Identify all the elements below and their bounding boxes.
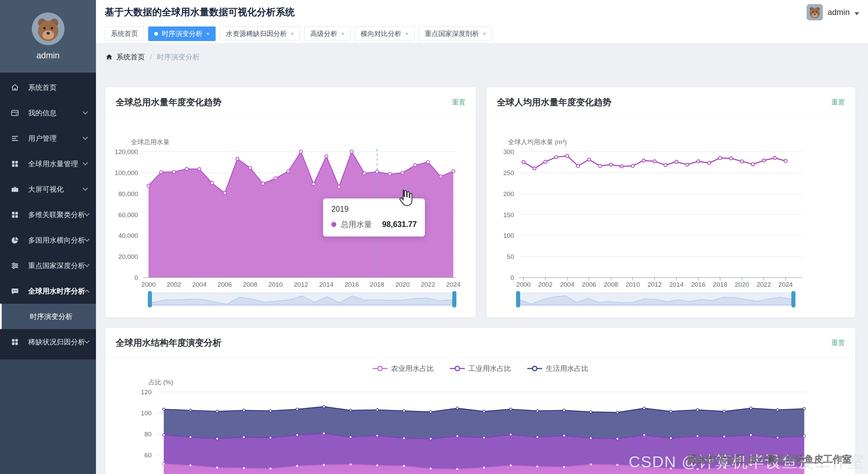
- breadcrumb: 系统首页 / 时序演变分析: [105, 52, 200, 62]
- svg-text:20,000: 20,000: [118, 253, 138, 260]
- legend-item-2[interactable]: 生活用水占比: [527, 364, 589, 373]
- chat-icon: [10, 286, 19, 296]
- sidebar-item-9[interactable]: 稀缺状况归因分析: [0, 329, 96, 355]
- legend-line-marker-icon: [372, 365, 388, 372]
- chevron-down-icon: [84, 262, 90, 267]
- legend-item-1[interactable]: 工业用水占比: [450, 364, 511, 373]
- close-icon[interactable]: ×: [483, 31, 486, 37]
- breadcrumb-current: 时序演变分析: [157, 52, 200, 62]
- bear-avatar-image: [32, 13, 64, 45]
- total-water-chart[interactable]: 2019 总用水量 98,631.77 020,00040,00060,0008…: [105, 118, 476, 317]
- datazoom-handle-right[interactable]: [452, 291, 456, 307]
- bear-avatar-image: [807, 4, 823, 20]
- tab-2[interactable]: 水资源稀缺归因分析 ×: [220, 26, 300, 41]
- svg-text:120: 120: [141, 388, 152, 396]
- svg-text:2006: 2006: [218, 281, 232, 288]
- card-header: 全球人均用水量年度变化趋势 重置: [487, 87, 855, 118]
- svg-text:2000: 2000: [516, 281, 531, 288]
- active-dot-icon: [154, 32, 158, 36]
- close-icon[interactable]: ×: [405, 31, 409, 37]
- tab-4[interactable]: 横向对比分析 ×: [355, 26, 415, 41]
- user-avatar[interactable]: [32, 13, 64, 45]
- svg-text:80: 80: [144, 431, 152, 438]
- grid-icon: [10, 337, 19, 346]
- svg-text:60: 60: [144, 452, 152, 459]
- sidebar-item-7[interactable]: 重点国家深度分析: [0, 253, 96, 278]
- tab-3[interactable]: 高级分析 ×: [304, 26, 351, 41]
- legend-line-marker-icon: [450, 365, 465, 372]
- per-capita-chart[interactable]: 050100150200250300全球人均用水量 (m³)2000200220…: [487, 118, 855, 317]
- sidebar-subitem[interactable]: 时序演变分析: [0, 304, 96, 329]
- page-title: 基于大数据的全球用水量数据可视化分析系统: [105, 6, 295, 19]
- svg-text:60,000: 60,000: [118, 211, 138, 219]
- svg-text:2012: 2012: [294, 281, 308, 288]
- juejin-watermark: 掘金技术社区 @计算机毕设鱼皮工作室: [688, 453, 852, 466]
- breadcrumb-home[interactable]: 系统首页: [105, 52, 145, 62]
- svg-text:2020: 2020: [735, 281, 749, 288]
- svg-text:50: 50: [507, 253, 514, 260]
- legend-item-0[interactable]: 农业用水占比: [372, 364, 434, 373]
- reset-button[interactable]: 重置: [831, 338, 845, 347]
- reset-button[interactable]: 重置: [452, 98, 466, 107]
- datazoom-handle-left[interactable]: [148, 291, 152, 307]
- chevron-up-icon: [84, 290, 90, 295]
- chevron-down-icon: [84, 338, 90, 344]
- header-username: admin: [828, 7, 850, 17]
- pie-icon: [10, 235, 19, 245]
- sidebar-item-3[interactable]: 全球用水量管理: [0, 151, 96, 176]
- breadcrumb-separator: /: [150, 53, 152, 61]
- chevron-down-icon: [83, 160, 88, 166]
- series-dot: [331, 222, 336, 227]
- sidebar-item-5[interactable]: 多维关联聚类分析: [0, 202, 96, 227]
- svg-text:2006: 2006: [582, 281, 596, 288]
- svg-text:占比 (%): 占比 (%): [149, 379, 173, 386]
- sidebar-item-1[interactable]: 我的信息: [0, 100, 96, 126]
- svg-text:2024: 2024: [778, 281, 793, 288]
- svg-text:120,000: 120,000: [115, 148, 138, 155]
- chart-svg-1[interactable]: 050100150200250300全球人均用水量 (m³)2000200220…: [487, 118, 856, 319]
- datazoom-handle-right[interactable]: [791, 291, 795, 307]
- hand-cursor-icon: [397, 188, 413, 208]
- svg-text:100: 100: [503, 232, 514, 239]
- sidebar: admin 系统首页 我的信息 用户管理 全球用水量管理 大屏可视化 多维关联聚…: [0, 0, 96, 474]
- sidebar-item-8[interactable]: 全球用水时序分析: [0, 278, 96, 304]
- sidebar-item-0[interactable]: 系统首页: [0, 75, 96, 100]
- svg-text:2018: 2018: [713, 281, 727, 288]
- close-icon[interactable]: ×: [206, 31, 210, 37]
- home-icon: [105, 53, 113, 61]
- svg-text:2014: 2014: [669, 281, 684, 288]
- header: 基于大数据的全球用水量数据可视化分析系统 admin: [96, 0, 868, 24]
- svg-text:全球人均用水量 (m³): 全球人均用水量 (m³): [508, 138, 567, 146]
- svg-text:2002: 2002: [538, 281, 552, 288]
- sidebar-item-4[interactable]: 大屏可视化: [0, 176, 96, 202]
- svg-text:150: 150: [503, 211, 514, 219]
- tab-1[interactable]: 时序演变分析 ×: [148, 26, 216, 41]
- header-avatar: [807, 4, 823, 20]
- svg-text:2022: 2022: [421, 281, 435, 288]
- svg-text:200: 200: [503, 190, 514, 197]
- sidebar-item-2[interactable]: 用户管理: [0, 126, 96, 151]
- svg-text:80,000: 80,000: [118, 190, 138, 197]
- svg-text:2024: 2024: [446, 281, 461, 288]
- tab-5[interactable]: 重点国家深度剖析 ×: [419, 26, 492, 41]
- svg-text:2012: 2012: [647, 281, 662, 288]
- svg-text:2014: 2014: [319, 281, 334, 288]
- close-icon[interactable]: ×: [341, 31, 344, 37]
- grid-icon: [10, 210, 19, 219]
- sidebar-item-6[interactable]: 多国用水横向分析: [0, 227, 96, 253]
- svg-text:2008: 2008: [243, 281, 257, 288]
- tab-0[interactable]: 系统首页 ×: [105, 26, 144, 41]
- close-icon[interactable]: ×: [291, 31, 294, 37]
- card-title: 全球用水结构年度演变分析: [116, 337, 221, 349]
- sidebar-username: admin: [36, 51, 59, 60]
- reset-button[interactable]: 重置: [831, 98, 845, 107]
- datazoom-handle-left[interactable]: [516, 291, 520, 307]
- user-menu[interactable]: admin: [807, 4, 859, 20]
- svg-text:300: 300: [503, 148, 514, 155]
- main-content: 系统首页 / 时序演变分析 全球总用水量年度变化趋势 重置 2019 总用水量 …: [96, 43, 868, 474]
- tooltip-series-name: 总用水量: [341, 219, 372, 230]
- sidebar-menu: 系统首页 我的信息 用户管理 全球用水量管理 大屏可视化 多维关联聚类分析 多国…: [0, 73, 96, 359]
- legend-line-marker-icon: [527, 365, 542, 372]
- card-title: 全球总用水量年度变化趋势: [116, 96, 221, 108]
- card-header: 全球用水结构年度演变分析 重置: [105, 328, 855, 358]
